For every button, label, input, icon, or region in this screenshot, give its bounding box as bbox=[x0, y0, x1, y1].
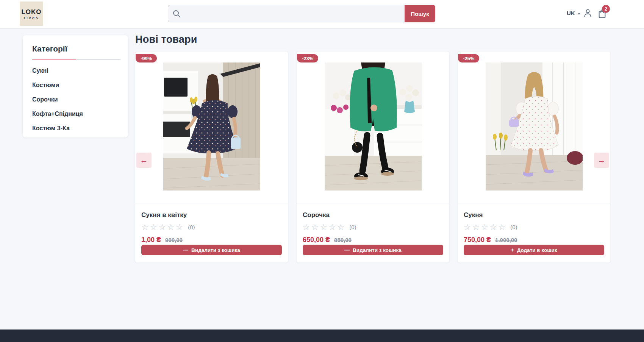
product-info: Сорочка ☆☆☆☆☆ (0) 650,00 ₴ 850,00 — Вида… bbox=[297, 203, 449, 262]
old-price: 1.000,00 bbox=[495, 237, 517, 243]
page-title: Нові товари bbox=[135, 34, 197, 45]
sidebar-item-shirts[interactable]: Сорочки bbox=[32, 96, 120, 103]
rating-count: (0) bbox=[349, 224, 356, 230]
chevron-down-icon: ⌄ bbox=[577, 10, 581, 15]
discount-badge: -25% bbox=[458, 54, 479, 62]
product-info: Сукня в квітку ☆☆☆☆☆ (0) 1,00 ₴ 900,00 —… bbox=[135, 203, 288, 262]
arrow-right-icon: → bbox=[598, 156, 606, 165]
categories-divider bbox=[32, 59, 120, 60]
old-price: 850,00 bbox=[334, 237, 352, 243]
sidebar-item-suits[interactable]: Костюми bbox=[32, 82, 120, 89]
current-price: 750,00 ₴ bbox=[464, 236, 491, 244]
language-switcher[interactable]: UK ⌄ bbox=[567, 10, 581, 16]
product-card: -25% bbox=[457, 51, 611, 263]
logo-text: LOKO bbox=[21, 9, 41, 15]
product-rating: ☆☆☆☆☆ (0) bbox=[464, 223, 604, 231]
remove-from-cart-button[interactable]: — Видалити з кошика bbox=[303, 245, 443, 255]
cart-button[interactable]: 2 bbox=[597, 8, 607, 20]
logo-subtext: STUDIO bbox=[23, 16, 39, 19]
product-name[interactable]: Сорочка bbox=[303, 211, 443, 219]
search-bar: Пошук bbox=[168, 5, 435, 22]
star-rating-icons[interactable]: ☆☆☆☆☆ bbox=[141, 223, 184, 231]
remove-from-cart-button[interactable]: — Видалити з кошика bbox=[141, 245, 282, 255]
minus-icon: — bbox=[344, 247, 350, 253]
sidebar-item-suit-3pc[interactable]: Костюм 3-Ка bbox=[32, 125, 120, 132]
button-label: Видалити з кошика bbox=[353, 247, 402, 253]
product-info: Сукня ☆☆☆☆☆ (0) 750,00 ₴ 1.000,00 + Дода… bbox=[458, 203, 610, 262]
product-image[interactable] bbox=[486, 62, 583, 191]
star-rating-icons[interactable]: ☆☆☆☆☆ bbox=[464, 223, 507, 231]
product-card: -99% bbox=[135, 51, 288, 263]
plus-icon: + bbox=[511, 247, 514, 253]
product-image[interactable] bbox=[325, 62, 422, 191]
shopping-bag-icon bbox=[597, 13, 607, 20]
cart-count-badge: 2 bbox=[602, 5, 610, 13]
product-name[interactable]: Сукня в квітку bbox=[141, 211, 282, 219]
carousel-prev-button[interactable]: ← bbox=[136, 153, 152, 168]
logo[interactable]: LOKO STUDIO bbox=[20, 2, 43, 26]
rating-count: (0) bbox=[510, 224, 517, 230]
product-price-row: 650,00 ₴ 850,00 bbox=[303, 236, 443, 244]
categories-title: Категорії bbox=[32, 44, 120, 53]
product-rating: ☆☆☆☆☆ (0) bbox=[141, 223, 282, 231]
button-label: Додати в кошик bbox=[517, 247, 557, 253]
product-card: -23% bbox=[296, 51, 450, 263]
user-icon bbox=[583, 13, 593, 19]
account-button[interactable] bbox=[583, 8, 593, 20]
footer bbox=[0, 330, 644, 342]
discount-badge: -23% bbox=[297, 54, 318, 62]
storefront-page: LOKO STUDIO Пошук UK ⌄ bbox=[0, 0, 644, 342]
language-label: UK bbox=[567, 10, 575, 16]
old-price: 900,00 bbox=[165, 237, 183, 243]
sidebar-item-dresses[interactable]: Сукні bbox=[32, 67, 120, 74]
search-input[interactable] bbox=[168, 5, 405, 22]
product-name[interactable]: Сукня bbox=[464, 211, 604, 219]
product-price-row: 750,00 ₴ 1.000,00 bbox=[464, 236, 604, 244]
product-rating: ☆☆☆☆☆ (0) bbox=[303, 223, 443, 231]
minus-icon: — bbox=[183, 247, 188, 253]
current-price: 1,00 ₴ bbox=[141, 236, 161, 244]
arrow-left-icon: ← bbox=[140, 156, 148, 165]
search-button[interactable]: Пошук bbox=[405, 5, 435, 22]
discount-badge: -99% bbox=[136, 54, 157, 62]
divider-accent bbox=[32, 59, 76, 60]
add-to-cart-button[interactable]: + Додати в кошик bbox=[464, 245, 604, 255]
button-label: Видалити з кошика bbox=[191, 247, 240, 253]
categories-panel: Категорії Сукні Костюми Сорочки Кофта+Сп… bbox=[23, 35, 128, 137]
product-price-row: 1,00 ₴ 900,00 bbox=[141, 236, 282, 244]
sidebar-item-top-skirt[interactable]: Кофта+Спідниця bbox=[32, 111, 120, 117]
divider-rest bbox=[76, 59, 120, 60]
product-image[interactable] bbox=[163, 62, 260, 191]
header: LOKO STUDIO Пошук UK ⌄ bbox=[0, 0, 644, 29]
carousel-next-button[interactable]: → bbox=[594, 153, 609, 168]
rating-count: (0) bbox=[188, 224, 195, 230]
current-price: 650,00 ₴ bbox=[303, 236, 330, 244]
star-rating-icons[interactable]: ☆☆☆☆☆ bbox=[303, 223, 346, 231]
